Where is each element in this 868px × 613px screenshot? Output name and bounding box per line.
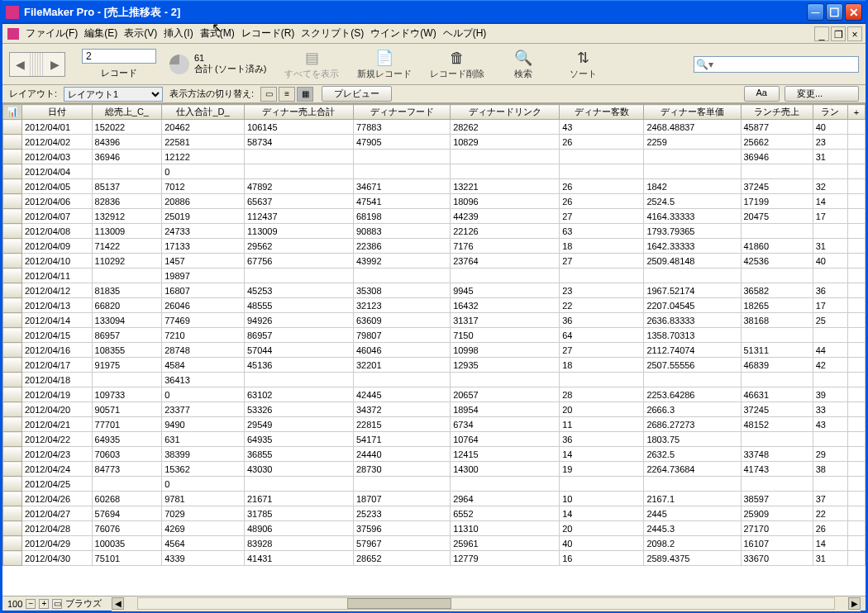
cell[interactable] bbox=[354, 268, 451, 283]
cell[interactable]: 77701 bbox=[92, 417, 162, 432]
column-header[interactable]: ディナー売上合計 bbox=[244, 105, 353, 120]
table-row[interactable]: 2012/04/250 bbox=[3, 477, 866, 492]
layout-select[interactable]: レイアウト1 bbox=[64, 87, 163, 102]
cell[interactable]: 42536 bbox=[741, 254, 813, 268]
cell[interactable]: 20 bbox=[560, 521, 644, 536]
cell[interactable]: 11 bbox=[560, 417, 644, 432]
table-row[interactable]: 2012/04/1836413 bbox=[3, 373, 866, 387]
cell[interactable]: 2259 bbox=[644, 135, 741, 150]
menu-file[interactable]: ファイル(F) bbox=[26, 26, 78, 40]
table-row[interactable]: 2012/04/30751014339414312865212779162589… bbox=[3, 551, 866, 566]
cell[interactable]: 76076 bbox=[92, 521, 162, 536]
cell[interactable]: 10829 bbox=[451, 135, 560, 150]
cell[interactable]: 2632.5 bbox=[644, 447, 741, 462]
cell[interactable]: 54171 bbox=[354, 432, 451, 447]
cell[interactable]: 32123 bbox=[354, 298, 451, 313]
table-row[interactable]: 2012/04/07132912250191124376819844239274… bbox=[3, 209, 866, 224]
cell[interactable]: 2636.83333 bbox=[644, 313, 741, 328]
minimize-button[interactable]: ─ bbox=[807, 3, 824, 21]
cell[interactable]: 14 bbox=[813, 194, 847, 209]
cell[interactable]: 2012/04/07 bbox=[22, 209, 93, 224]
table-row[interactable]: 2012/04/13668202604648555321231643222220… bbox=[3, 298, 866, 313]
cell[interactable]: 2686.27273 bbox=[644, 417, 741, 432]
cell[interactable] bbox=[451, 164, 560, 179]
hscroll-track[interactable] bbox=[137, 597, 835, 610]
row-header[interactable] bbox=[3, 492, 22, 506]
cell[interactable]: 22386 bbox=[354, 239, 451, 254]
zoom-out-button[interactable]: − bbox=[26, 599, 36, 609]
table-row[interactable]: 2012/04/2660268978121671187072964102167.… bbox=[3, 492, 866, 506]
next-record-button[interactable]: ▶ bbox=[45, 53, 64, 76]
cell[interactable]: 67756 bbox=[244, 254, 353, 268]
table-row[interactable]: 2012/04/10110292145767756439922376427250… bbox=[3, 254, 866, 268]
row-header[interactable] bbox=[3, 239, 22, 254]
cell[interactable] bbox=[354, 150, 451, 164]
cell[interactable]: 1842 bbox=[644, 179, 741, 194]
table-view-button[interactable]: ▦ bbox=[297, 87, 313, 102]
cell[interactable]: 20657 bbox=[451, 387, 560, 402]
cell[interactable]: 66820 bbox=[92, 298, 162, 313]
cell[interactable]: 26 bbox=[813, 521, 847, 536]
cell[interactable] bbox=[244, 268, 353, 283]
cell[interactable] bbox=[560, 373, 644, 387]
quickfind-input[interactable] bbox=[694, 56, 859, 73]
sort-button[interactable]: ⇅ ソート bbox=[562, 48, 603, 80]
cell[interactable]: 2012/04/23 bbox=[22, 447, 93, 462]
cell[interactable]: 20475 bbox=[741, 209, 813, 224]
row-header[interactable] bbox=[3, 432, 22, 447]
cell[interactable]: 2012/04/18 bbox=[22, 373, 93, 387]
cell[interactable]: 84396 bbox=[92, 135, 162, 150]
cell[interactable]: 10764 bbox=[451, 432, 560, 447]
cell[interactable]: 2468.48837 bbox=[644, 120, 741, 135]
cell[interactable]: 32201 bbox=[354, 358, 451, 373]
row-header[interactable] bbox=[3, 268, 22, 283]
cell[interactable]: 10 bbox=[560, 492, 644, 506]
cell[interactable]: 9490 bbox=[162, 417, 245, 432]
cell[interactable]: 63609 bbox=[354, 313, 451, 328]
cell[interactable] bbox=[741, 373, 813, 387]
cell[interactable]: 15362 bbox=[162, 462, 245, 477]
data-table-wrap[interactable]: 📊日付総売上_C_仕入合計_D_ディナー売上合計ディナーフードディナードリンクデ… bbox=[2, 103, 866, 596]
row-header[interactable] bbox=[3, 417, 22, 432]
cell[interactable]: 1457 bbox=[162, 254, 245, 268]
cell[interactable] bbox=[92, 477, 162, 492]
cell[interactable]: 68198 bbox=[354, 209, 451, 224]
menu-record[interactable]: レコード(R) bbox=[241, 26, 295, 40]
cell[interactable]: 2012/04/24 bbox=[22, 462, 93, 477]
cell[interactable]: 132912 bbox=[92, 209, 162, 224]
row-header[interactable] bbox=[3, 224, 22, 239]
cell[interactable]: 86957 bbox=[244, 328, 353, 343]
cell[interactable]: 77883 bbox=[354, 120, 451, 135]
cell[interactable]: 20 bbox=[560, 402, 644, 417]
cell[interactable]: 19 bbox=[560, 462, 644, 477]
cell[interactable] bbox=[644, 373, 741, 387]
column-header[interactable]: 日付 bbox=[22, 105, 93, 120]
table-row[interactable]: 2012/04/040 bbox=[3, 164, 866, 179]
cell[interactable]: 27170 bbox=[741, 521, 813, 536]
cell[interactable]: 26 bbox=[560, 194, 644, 209]
cell[interactable]: 83928 bbox=[244, 536, 353, 551]
cell[interactable]: 22126 bbox=[451, 224, 560, 239]
table-row[interactable]: 2012/04/08113009247331130099088322126631… bbox=[3, 224, 866, 239]
cell[interactable]: 152022 bbox=[92, 120, 162, 135]
cell[interactable]: 28262 bbox=[451, 120, 560, 135]
column-header[interactable]: ディナー客数 bbox=[560, 105, 644, 120]
cell[interactable] bbox=[644, 150, 741, 164]
row-header[interactable] bbox=[3, 402, 22, 417]
cell[interactable]: 63 bbox=[560, 224, 644, 239]
cell[interactable]: 65637 bbox=[244, 194, 353, 209]
cell[interactable]: 4164.33333 bbox=[644, 209, 741, 224]
cell[interactable]: 133094 bbox=[92, 313, 162, 328]
cell[interactable]: 41431 bbox=[244, 551, 353, 566]
cell[interactable]: 42445 bbox=[354, 387, 451, 402]
cell[interactable]: 6734 bbox=[451, 417, 560, 432]
cell[interactable]: 7150 bbox=[451, 328, 560, 343]
cell[interactable] bbox=[354, 164, 451, 179]
cell[interactable]: 58734 bbox=[244, 135, 353, 150]
cell[interactable]: 24733 bbox=[162, 224, 245, 239]
cell[interactable]: 100035 bbox=[92, 536, 162, 551]
cell[interactable]: 2012/04/15 bbox=[22, 328, 93, 343]
cell[interactable]: 22581 bbox=[162, 135, 245, 150]
cell[interactable]: 31317 bbox=[451, 313, 560, 328]
cell[interactable]: 17199 bbox=[741, 194, 813, 209]
